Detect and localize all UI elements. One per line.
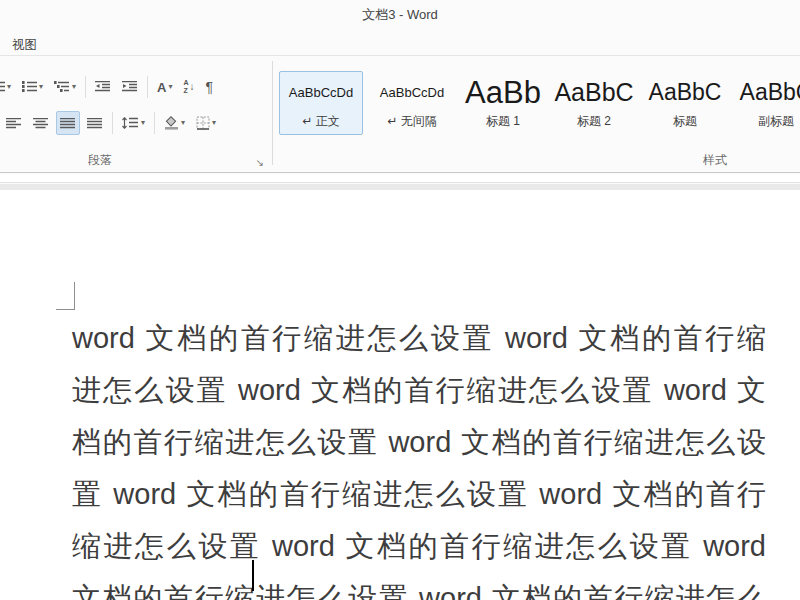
chevron-down-icon: ▾ [39,83,43,91]
separator [154,112,155,134]
align-left-button[interactable] [2,111,26,135]
styles-group-label: 样式 [703,152,727,169]
document-line[interactable]: 档的首行缩进怎么设置 word 文档的首行缩进怎么设 [72,416,766,468]
line-spacing-button[interactable]: ▾ [118,111,149,135]
document-area: word 文档的首行缩进怎么设置 word 文档的首行缩 进怎么设置 word … [0,184,800,600]
style-preview: AaBb [465,72,541,113]
document-line[interactable]: 文档的首行缩进怎么设置 word 文档的首行缩进怎么 [72,572,766,600]
style-name: 副标题 [758,113,794,130]
sort-button[interactable]: A Z ↓ [179,75,198,99]
style-name: 标题 2 [577,113,611,130]
chevron-down-icon: ▾ [72,83,76,91]
separator [147,76,148,98]
document-line[interactable]: 进怎么设置 word 文档的首行缩进怎么设置 word 文 [72,364,766,416]
document-page[interactable]: word 文档的首行缩进怎么设置 word 文档的首行缩 进怎么设置 word … [0,190,800,600]
style-item-heading1[interactable]: AaBb 标题 1 [461,71,545,135]
separator [85,76,86,98]
ribbon-tab-view[interactable]: 视图 [6,35,43,56]
style-item-normal[interactable]: AaBbCcDd ↵ 正文 [279,71,363,135]
style-preview: AaBbCcDd [380,72,444,113]
style-preview: AaBbCcDd [289,72,353,113]
title-bar: 文档3 - Word [0,0,800,30]
style-name: 标题 [673,113,697,130]
styles-gallery: AaBbCcDd ↵ 正文 AaBbCcDd ↵ 无间隔 AaBb 标题 1 A… [279,71,800,135]
chevron-down-icon: ▾ [168,83,172,91]
style-name: ↵ 正文 [302,113,339,130]
decrease-indent-button[interactable] [91,75,115,99]
styles-group: AaBbCcDd ↵ 正文 AaBbCcDd ↵ 无间隔 AaBb 标题 1 A… [273,57,800,172]
distribute-button[interactable] [83,111,107,135]
text-cursor [252,560,254,591]
word-window: 文档3 - Word 视图 ▾ ▾ [0,0,800,600]
style-name: ↵ 无间隔 [387,113,436,130]
sort-a-glyph: A [183,79,188,87]
decrease-indent-icon [95,81,111,93]
chevron-down-icon: ▾ [181,119,185,127]
chevron-down-icon: ▾ [141,119,145,127]
sort-arrow-glyph: ↓ [190,82,195,92]
style-preview: AaBbC [649,72,722,113]
borders-button[interactable]: ▾ [192,111,220,135]
style-item-no-spacing[interactable]: AaBbCcDd ↵ 无间隔 [370,71,454,135]
document-line[interactable]: 置 word 文档的首行缩进怎么设置 word 文档的首行 [72,468,766,520]
borders-icon [196,116,210,130]
numbering-button[interactable]: ▾ [18,75,47,99]
bullets-icon [0,81,5,93]
show-marks-button[interactable]: ¶ [202,75,218,99]
sort-icon: A Z ↓ [183,79,194,94]
multilevel-list-icon [54,81,70,93]
paragraph-group-label: 段落 [0,152,200,169]
ruler-strip [0,174,800,183]
chevron-down-icon: ▾ [7,83,11,91]
justify-icon [60,118,76,129]
distribute-icon [87,118,103,129]
numbering-icon [22,81,37,93]
sort-z-glyph: Z [183,87,188,95]
shading-button[interactable]: ▾ [160,111,189,135]
bullets-button[interactable]: ▾ [0,75,15,99]
paragraph-row-2: ▾ ▾ ▾ [2,111,220,135]
style-preview: AaBbC [554,72,633,113]
style-item-heading2[interactable]: AaBbC 标题 2 [552,71,636,135]
justify-button[interactable] [56,111,80,135]
increase-indent-button[interactable] [118,75,142,99]
multilevel-list-button[interactable]: ▾ [50,75,80,99]
shading-icon [164,116,179,130]
ribbon-tab-row: 视图 [0,30,800,56]
ribbon: ▾ ▾ ▾ [0,57,800,173]
align-left-icon [6,118,22,129]
asian-layout-icon: A [157,81,166,94]
style-preview: AaBbC [740,72,800,113]
margin-crop-mark [56,282,75,310]
increase-indent-icon [122,81,138,93]
align-center-icon [33,118,49,129]
chevron-down-icon: ▾ [212,119,216,127]
document-text[interactable]: word 文档的首行缩进怎么设置 word 文档的首行缩 进怎么设置 word … [72,312,766,600]
document-line[interactable]: 缩进怎么设置 word 文档的首行缩进怎么设置 word [72,520,766,572]
style-item-subtitle[interactable]: AaBbC 副标题 [734,71,800,135]
paragraph-group: ▾ ▾ ▾ [0,57,272,172]
style-name: 标题 1 [486,113,520,130]
paragraph-dialog-launcher-icon[interactable]: ↘ [256,157,264,168]
paragraph-row-1: ▾ ▾ ▾ [0,75,217,99]
window-title: 文档3 - Word [362,6,438,24]
line-spacing-icon [122,117,139,129]
separator [112,112,113,134]
document-line[interactable]: word 文档的首行缩进怎么设置 word 文档的首行缩 [72,312,766,364]
show-marks-icon: ¶ [206,80,214,94]
style-item-title[interactable]: AaBbC 标题 [643,71,727,135]
align-center-button[interactable] [29,111,53,135]
asian-layout-button[interactable]: A ▾ [153,75,176,99]
